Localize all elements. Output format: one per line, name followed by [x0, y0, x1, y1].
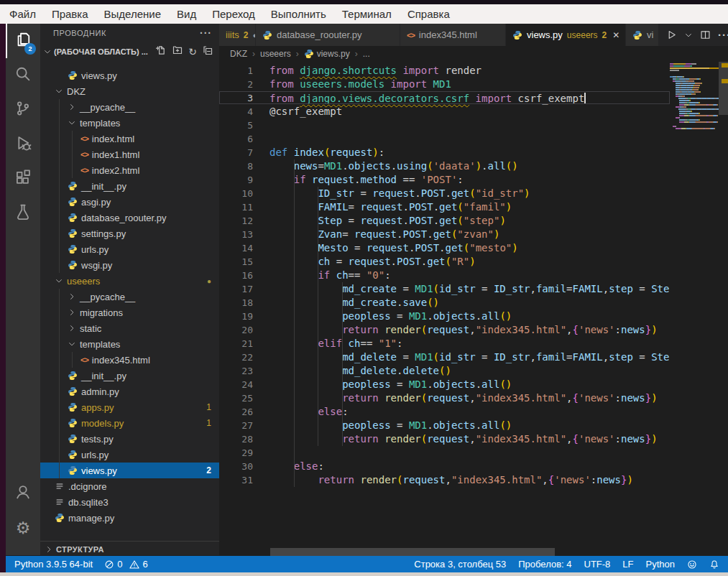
tab-vi[interactable]: vi [626, 24, 659, 46]
minimap-line [670, 108, 719, 110]
cursor-position[interactable]: Строка 3, столбец 53 [414, 559, 506, 570]
tab-index345.html[interactable]: <>index345.html [400, 24, 506, 46]
activity-explorer[interactable]: 2 [6, 24, 40, 58]
activity-testing[interactable] [6, 196, 40, 231]
collapse-icon[interactable] [202, 45, 213, 59]
minimap-line [670, 68, 719, 69]
line-text: ID_str = request.POST.get("id_str") [253, 187, 530, 200]
menu-item-Переход[interactable]: Переход [204, 8, 263, 20]
line-text: md_delete.delete() [253, 364, 451, 378]
tree-item[interactable]: <>index2.html [40, 162, 219, 178]
activity-extensions[interactable] [6, 162, 40, 196]
new-file-icon[interactable] [155, 45, 167, 59]
indentation[interactable]: Пробелов: 4 [518, 559, 571, 570]
code-line: 29 [219, 446, 728, 460]
tree-item[interactable]: templates [40, 336, 219, 352]
tree-item[interactable]: __pycache__ [40, 289, 219, 305]
workspace-section-header[interactable]: (РАБОЧАЯ ОБЛАСТЬ) ... ↻ [40, 42, 219, 60]
tree-item[interactable]: views.py [40, 68, 219, 83]
tree-item[interactable]: templates [40, 115, 219, 131]
tree-item[interactable]: static [40, 320, 219, 336]
code-line: 31 return render(request,"index345.html"… [219, 473, 728, 487]
line-number: 9 [219, 173, 253, 187]
tree-item[interactable]: tests.py [40, 431, 219, 447]
chevron-down-icon[interactable] [684, 31, 693, 40]
new-folder-icon[interactable] [172, 45, 183, 59]
tree-item[interactable]: <>index1.html [40, 147, 219, 162]
line-number: 22 [219, 350, 253, 364]
tree-item[interactable]: apps.py1 [40, 399, 219, 415]
tree-item[interactable]: useeers● [40, 273, 219, 289]
eol[interactable]: LF [622, 559, 633, 570]
breadcrumb[interactable]: DKZ›useeers›views.py›... [219, 46, 728, 62]
python-icon [68, 197, 78, 207]
more-icon[interactable]: ··· [718, 29, 728, 41]
breadcrumb-item[interactable]: DKZ [230, 49, 247, 59]
tab-views.py[interactable]: views.pyuseeers2✕ [506, 24, 626, 46]
activity-search[interactable] [6, 58, 40, 93]
tree-item[interactable]: database_roouter.py [40, 210, 219, 226]
feedback-icon[interactable] [687, 559, 697, 570]
code-editor[interactable]: 1from django.shortcuts import render2fro… [219, 62, 728, 548]
tree-item[interactable]: __init__.py [40, 178, 219, 194]
activity-source-control[interactable] [6, 93, 40, 127]
tree-item[interactable]: DKZ [40, 83, 219, 99]
minimap[interactable] [670, 63, 719, 130]
bell-icon[interactable] [709, 559, 719, 570]
tree-item[interactable]: views.py2 [40, 463, 219, 478]
tree-item[interactable]: migrations [40, 305, 219, 320]
language-mode[interactable]: Python [646, 559, 675, 570]
tab-problems-badge: 2 [602, 30, 607, 40]
menu-item-Выделение[interactable]: Выделение [96, 8, 169, 20]
activity-run-debug[interactable] [6, 127, 40, 162]
problems-indicator[interactable]: 06 [104, 559, 147, 570]
line-number: 27 [219, 419, 253, 432]
menu-item-Терминал[interactable]: Терминал [334, 8, 400, 20]
menu-item-Выполнить[interactable]: Выполнить [263, 8, 334, 20]
split-icon[interactable] [700, 29, 711, 40]
tab-database_roouter.py[interactable]: database_roouter.py [256, 24, 400, 46]
minimap-line [670, 93, 719, 95]
tab-iiits[interactable]: iiits2● [219, 24, 256, 46]
breadcrumb-item[interactable]: useeers [260, 49, 291, 59]
tree-item[interactable]: asgi.py [40, 194, 219, 210]
html-icon: <> [80, 356, 88, 364]
tree-item[interactable]: wsgi.py [40, 257, 219, 273]
menu-item-Правка[interactable]: Правка [44, 8, 96, 20]
more-actions-icon[interactable]: ··· [200, 27, 212, 39]
tree-item[interactable]: models.py1 [40, 415, 219, 431]
tree-item[interactable]: .dcignore [40, 478, 219, 494]
refresh-icon[interactable]: ↻ [188, 45, 197, 58]
tree-item[interactable]: manage.py [40, 510, 219, 526]
code-line: 23 md_delete.delete() [219, 364, 728, 378]
run-icon[interactable] [666, 29, 677, 40]
indent-guide [318, 187, 318, 446]
menu-item-Файл[interactable]: Файл [1, 8, 44, 20]
breadcrumb-item[interactable]: views.py [304, 49, 350, 59]
code-line: 5 [219, 119, 728, 132]
breadcrumb-label: useeers [260, 49, 291, 59]
minimap-line [670, 85, 719, 86]
vertical-scrollbar[interactable] [719, 62, 728, 115]
tree-item[interactable]: __init__.py [40, 368, 219, 384]
structure-section-header[interactable]: СТРУКТУРА [40, 541, 219, 555]
tree-item[interactable]: urls.py [40, 241, 219, 257]
tree-item[interactable]: <>index.html [40, 131, 219, 147]
activity-settings[interactable]: ⚙ [6, 511, 40, 545]
close-icon[interactable]: ✕ [612, 30, 619, 40]
tree-item[interactable]: admin.py [40, 384, 219, 399]
menu-item-Справка[interactable]: Справка [400, 8, 458, 20]
tree-item[interactable]: __pycache__ [40, 99, 219, 115]
python-interpreter[interactable]: Python 3.9.5 64-bit [14, 559, 93, 570]
activity-account[interactable] [6, 476, 40, 511]
tree-item[interactable]: db.sqlite3 [40, 494, 219, 510]
horizontal-scrollbar[interactable] [270, 548, 555, 556]
encoding[interactable]: UTF-8 [584, 559, 611, 570]
breadcrumb-item[interactable]: ... [363, 49, 370, 59]
tree-item[interactable]: urls.py [40, 447, 219, 463]
minimap-line [670, 87, 719, 88]
tree-item-label: models.py [81, 418, 124, 429]
menu-item-Вид[interactable]: Вид [169, 8, 204, 20]
tree-item[interactable]: <>index345.html [40, 352, 219, 368]
tree-item[interactable]: settings.py [40, 226, 219, 241]
